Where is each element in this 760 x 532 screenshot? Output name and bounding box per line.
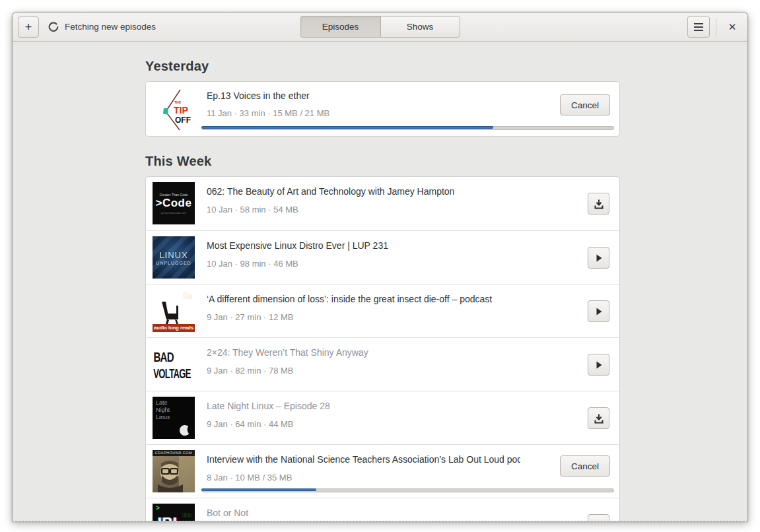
episode-meta: 10 Jan · 98 min · 46 MB: [207, 259, 298, 269]
svg-text:THE: THE: [174, 100, 182, 104]
menu-button[interactable]: [687, 16, 710, 38]
download-progress: [201, 126, 614, 130]
cover-text: greaterthancode.com: [161, 211, 186, 215]
episode-meta: 8 Jan · 10 MB / 35 MB: [207, 473, 292, 482]
cover-text: >Code: [156, 197, 192, 210]
episode-meta: 10 Jan · 58 min · 54 MB: [207, 205, 298, 215]
episode-title: Late Night Linux – Episode 28: [207, 401, 520, 411]
tab-shows[interactable]: Shows: [380, 16, 460, 38]
episode-title: Most Expensive Linux Distro Ever | LUP 2…: [207, 240, 520, 251]
episode-meta: 9 Jan · 27 min · 12 MB: [207, 312, 294, 322]
episode-row[interactable]: BAD VOLTAGE 2×24: They Weren’t That Shin…: [146, 337, 619, 391]
episode-meta: 9 Jan · 64 min · 44 MB: [207, 419, 294, 429]
svg-text:VOLTAGE: VOLTAGE: [153, 366, 191, 382]
episode-row[interactable]: ((g audio long reads ‘A different dimens…: [146, 284, 619, 337]
headerbar: + Fetching new episodes Episodes Shows ✕: [13, 13, 747, 42]
podcast-cover-the-tip-off: THE TIP OFF: [153, 88, 195, 131]
section-heading-yesterday: Yesterday: [145, 57, 620, 75]
episode-row[interactable]: Greater Than Code >Code greaterthancode.…: [146, 177, 619, 230]
download-icon: [594, 199, 604, 209]
view-switcher: Episodes Shows: [300, 16, 460, 38]
podcast-cover-bad-voltage: BAD VOLTAGE: [153, 343, 195, 385]
podcast-cover-irl: > IRL ░▒ ▒░: [153, 504, 195, 521]
svg-text:TIP: TIP: [174, 105, 188, 116]
headerbar-right: ✕: [687, 16, 743, 38]
play-icon: [594, 307, 604, 316]
episode-row[interactable]: LINUX UNPLUGGED Most Expensive Linux Dis…: [146, 230, 619, 284]
play-icon: [594, 360, 604, 370]
episodes-view: Yesterday THE TIP OFF Ep.13 Voices in th…: [13, 42, 747, 521]
cover-text: CRAPHOUND.COM: [153, 450, 195, 456]
download-progress-fill: [201, 488, 316, 491]
cover-text: LINUX: [159, 250, 188, 260]
cover-text: IRL: [158, 514, 182, 521]
episode-title: 062: The Beauty of Art and Technology wi…: [207, 186, 520, 197]
download-progress-fill: [201, 126, 493, 129]
episode-title: Bot or Not: [207, 508, 520, 518]
cover-text: audio long reads: [153, 324, 195, 332]
episode-row[interactable]: > IRL ░▒ ▒░ Bot or Not: [146, 498, 619, 521]
cover-text: UNPLUGGED: [156, 261, 191, 265]
episode-row[interactable]: CRAPHOUND.COM Interview with the Nationa…: [146, 444, 619, 498]
episode-title: Interview with the National Science Teac…: [207, 454, 520, 465]
cover-text: Late Night Linux: [156, 399, 170, 421]
episode-list: Greater Than Code >Code greaterthancode.…: [145, 176, 620, 521]
episode-title: 2×24: They Weren’t That Shiny Anyway: [207, 347, 520, 358]
tab-episodes[interactable]: Episodes: [300, 16, 380, 38]
episode-title: ‘A different dimension of loss’: inside …: [207, 294, 520, 304]
episode-meta: 9 Jan · 82 min · 78 MB: [207, 366, 294, 376]
close-button[interactable]: ✕: [722, 17, 742, 37]
add-podcast-button[interactable]: +: [18, 17, 39, 38]
cover-decoration: ░▒ ▒░: [182, 513, 192, 517]
download-button[interactable]: [588, 193, 609, 215]
header-status-text: Fetching new episodes: [65, 22, 156, 32]
portrait-graphic: [153, 450, 195, 492]
crescent-moon-graphic: [179, 424, 191, 436]
download-icon: [594, 520, 604, 522]
podcast-cover-craphound: CRAPHOUND.COM: [153, 450, 195, 492]
download-button[interactable]: [588, 407, 609, 429]
section-heading-this-week: This Week: [145, 152, 620, 170]
episode-title: Ep.13 Voices in the ether: [207, 90, 520, 101]
podcast-cover-late-night-linux: Late Night Linux: [153, 397, 195, 439]
play-button[interactable]: [588, 300, 609, 322]
play-button[interactable]: [588, 354, 609, 376]
cancel-download-button[interactable]: Cancel: [560, 455, 610, 477]
podcast-cover-linux-unplugged: LINUX UNPLUGGED: [153, 236, 195, 279]
podcast-cover-audio-long-reads: ((g audio long reads: [153, 290, 195, 332]
svg-text:OFF: OFF: [175, 116, 191, 125]
download-progress: [201, 488, 614, 492]
app-window: + Fetching new episodes Episodes Shows ✕…: [12, 12, 748, 521]
svg-text:BAD: BAD: [153, 349, 174, 364]
episode-row[interactable]: Late Night Linux Late Night Linux – Epis…: [146, 391, 619, 444]
download-icon: [594, 413, 604, 424]
play-icon: [594, 253, 604, 263]
headerbar-separator: [716, 18, 716, 36]
play-button[interactable]: [588, 247, 609, 269]
download-button[interactable]: [588, 514, 609, 521]
cover-text: >: [156, 505, 160, 512]
episode-meta: 11 Jan · 33 min · 15 MB / 21 MB: [207, 108, 329, 118]
refresh-spinner-icon: [48, 22, 59, 32]
cancel-download-button[interactable]: Cancel: [560, 94, 610, 116]
podcast-cover-greater-than-code: Greater Than Code >Code greaterthancode.…: [153, 182, 195, 224]
hamburger-icon: [694, 23, 703, 24]
hamburger-icon: [694, 30, 703, 31]
hamburger-icon: [694, 26, 703, 28]
episode-card[interactable]: THE TIP OFF Ep.13 Voices in the ether 11…: [145, 81, 620, 137]
